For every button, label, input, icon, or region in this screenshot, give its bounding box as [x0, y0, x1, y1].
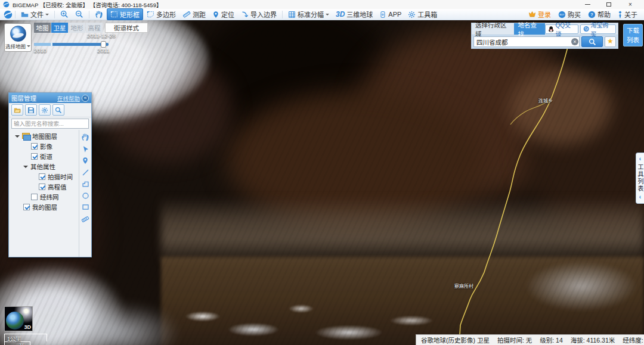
polygon-dashed-icon	[147, 11, 154, 18]
app-button[interactable]: APP	[376, 10, 404, 19]
tree-node-my-layers[interactable]: 我的图层	[9, 202, 79, 212]
place-search-panel: 选择行政区域 地名查找 QQ交谈 淘宝购买 × ★	[471, 23, 618, 49]
maximize-icon	[606, 2, 611, 7]
collapse-icon: «	[83, 95, 86, 101]
layer-search-button[interactable]	[52, 104, 64, 116]
search-field-wrap: ×	[473, 36, 580, 47]
tree-node-capture-time[interactable]: 拍摄时间	[9, 172, 79, 182]
search-submit-button[interactable]	[581, 36, 603, 47]
rect-select-label: 矩形框	[120, 10, 140, 19]
globe-3d-thumbnail[interactable]: 3D	[4, 306, 33, 331]
measure-tool-label: 测距	[193, 10, 206, 19]
layer-panel-header[interactable]: 图层管理 在线帮助 «	[9, 93, 91, 103]
measure-tool[interactable]: 测距	[179, 9, 209, 20]
info-tie-icon	[618, 11, 623, 18]
globe-3d-button[interactable]: 3D 三维地球	[333, 9, 376, 20]
tree-node-graticule[interactable]: 经纬网	[9, 192, 79, 202]
phone-download-icon	[379, 11, 386, 18]
status-altitude: 海拔: 4116.31米	[571, 335, 615, 344]
road-path	[459, 36, 571, 345]
map-canvas[interactable]: 连城乡 察麻所村 选择地图 地图 卫星 地形 高程 街道样式 2011-12-2…	[0, 20, 644, 345]
tree-label: 影像	[40, 142, 52, 151]
zoom-out-button[interactable]	[72, 10, 86, 19]
tools-list-tab[interactable]: ‹ 工具列表 ‹	[636, 153, 644, 204]
app-label: APP	[388, 11, 401, 18]
taobao-buy-button[interactable]: 淘宝购买	[580, 24, 616, 34]
toolbox-button[interactable]: 工具箱	[405, 9, 440, 20]
maximize-button[interactable]	[598, 0, 620, 9]
pan-hand-icon[interactable]	[81, 133, 89, 141]
import-boundary-label: 导入边界	[250, 10, 277, 19]
tape-measure-icon[interactable]	[81, 215, 89, 223]
star-icon: ★	[607, 37, 614, 45]
checkbox-unchecked[interactable]	[31, 194, 38, 200]
open-file-button[interactable]	[11, 104, 23, 116]
layer-search-input[interactable]	[11, 119, 89, 129]
buy-button[interactable]: BUY 购买	[555, 9, 584, 20]
history-timeline-slider[interactable]	[34, 43, 109, 46]
standard-sheet-label: 标准分幅	[298, 10, 324, 19]
checkbox-checked[interactable]	[31, 143, 38, 150]
standard-sheet-menu[interactable]: 标准分幅	[285, 9, 332, 20]
tree-node-other-props[interactable]: 其他属性	[9, 161, 79, 172]
locate-tool-label: 定位	[221, 10, 234, 19]
tab-terrain[interactable]: 地形	[69, 23, 85, 33]
cursor-arrow-icon[interactable]	[82, 145, 89, 153]
zoom-in-icon	[60, 10, 69, 18]
status-zoom-level: 级别: 14	[540, 335, 563, 344]
qq-chat-button[interactable]: QQ交谈	[545, 24, 578, 34]
favorite-button[interactable]: ★	[605, 36, 616, 47]
line-tool-icon[interactable]	[82, 169, 89, 176]
online-help-link[interactable]: 在线帮助	[57, 94, 80, 102]
tab-place-search[interactable]: 地名查找	[514, 23, 545, 35]
buy-label: 购买	[568, 10, 581, 19]
polygon-tool[interactable]: 多边形	[144, 9, 179, 20]
about-button[interactable]: 关于	[615, 9, 640, 20]
expand-arrow-icon[interactable]	[15, 135, 20, 140]
zoom-in-button[interactable]	[57, 10, 72, 19]
select-map-button[interactable]: 选择地图	[4, 23, 32, 52]
hand-icon	[95, 10, 103, 18]
polygon-shape-icon[interactable]	[82, 180, 89, 188]
checkbox-checked[interactable]	[39, 184, 45, 190]
help-button[interactable]: ? 帮助	[585, 9, 614, 20]
rectangle-dashed-icon	[110, 11, 118, 18]
save-button[interactable]	[25, 104, 37, 116]
caret-down-icon	[27, 45, 30, 49]
locate-tool[interactable]: 定位	[209, 9, 237, 20]
point-marker-icon[interactable]	[82, 157, 89, 164]
status-bar: 谷歌地球(历史影像) 卫星 拍摄时间: 无 级别: 14 海拔: 4116.31…	[416, 334, 644, 345]
circle-tool-icon[interactable]	[82, 192, 89, 200]
checkbox-checked[interactable]	[39, 173, 45, 180]
tree-node-map-layers[interactable]: 地图图层	[9, 131, 79, 141]
tab-map[interactable]: 地图	[34, 23, 51, 33]
panel-collapse-button[interactable]: «	[82, 95, 89, 102]
tab-admin-region[interactable]: 选择行政区域	[472, 23, 514, 35]
tree-node-elevation-value[interactable]: 高程值	[9, 182, 79, 192]
tree-node-imagery[interactable]: 影像	[9, 141, 79, 151]
folder-icon	[21, 11, 29, 18]
download-list-button[interactable]: 下载列表	[623, 24, 643, 46]
tab-elevation[interactable]: 高程	[86, 23, 103, 33]
tab-satellite[interactable]: 卫星	[51, 23, 68, 33]
close-button[interactable]: ×	[620, 0, 641, 9]
layer-settings-button[interactable]	[39, 104, 51, 116]
import-boundary-tool[interactable]: 导入边界	[238, 9, 280, 20]
file-menu[interactable]: 文件	[18, 9, 52, 20]
caret-down-icon	[326, 14, 329, 17]
rectangle-tool-icon[interactable]	[82, 203, 89, 211]
checkbox-checked[interactable]	[31, 153, 38, 160]
street-style-button[interactable]: 街道样式	[105, 23, 148, 33]
minimize-button[interactable]	[577, 0, 598, 9]
expand-arrow-icon[interactable]	[23, 166, 28, 170]
rect-select-tool[interactable]: 矩形框	[107, 8, 143, 20]
google-earth-icon	[10, 26, 26, 42]
pan-tool-button[interactable]	[92, 10, 106, 19]
map-place-label-town: 连城乡	[538, 97, 553, 104]
tree-node-streets[interactable]: 街道	[9, 151, 79, 161]
place-search-input[interactable]	[473, 36, 580, 47]
bigemap-window: BIGEMAP 【已授权: 全能版】 【咨询电话: 400-118-5459】 …	[0, 0, 644, 345]
checkbox-checked[interactable]	[23, 204, 30, 210]
clear-icon[interactable]: ×	[571, 38, 578, 45]
login-button[interactable]: 登录	[525, 9, 554, 20]
